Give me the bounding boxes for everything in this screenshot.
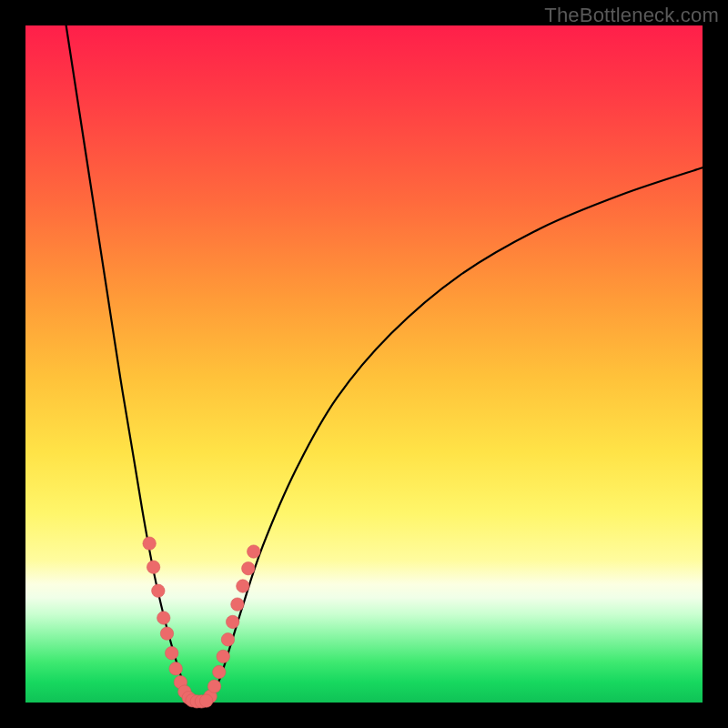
data-marker bbox=[169, 662, 182, 675]
left-curve bbox=[66, 25, 192, 700]
chart-frame: TheBottleneck.com bbox=[0, 0, 728, 728]
watermark-text: TheBottleneck.com bbox=[544, 4, 719, 27]
data-marker bbox=[199, 694, 212, 707]
curve-layer bbox=[25, 25, 703, 703]
data-marker bbox=[152, 584, 165, 597]
data-marker bbox=[207, 680, 220, 693]
data-marker bbox=[143, 537, 156, 550]
data-marker bbox=[248, 545, 260, 558]
data-marker bbox=[226, 615, 238, 628]
data-marker bbox=[160, 627, 173, 640]
data-marker bbox=[213, 665, 226, 678]
data-marker bbox=[157, 612, 170, 624]
data-marker bbox=[237, 580, 249, 592]
data-marker bbox=[147, 561, 159, 573]
data-marker bbox=[221, 633, 234, 646]
right-curve bbox=[208, 167, 703, 700]
data-marker bbox=[166, 646, 178, 659]
data-marker bbox=[242, 561, 255, 574]
data-marker bbox=[217, 650, 229, 662]
data-marker bbox=[231, 598, 244, 611]
plot-area bbox=[25, 25, 703, 703]
